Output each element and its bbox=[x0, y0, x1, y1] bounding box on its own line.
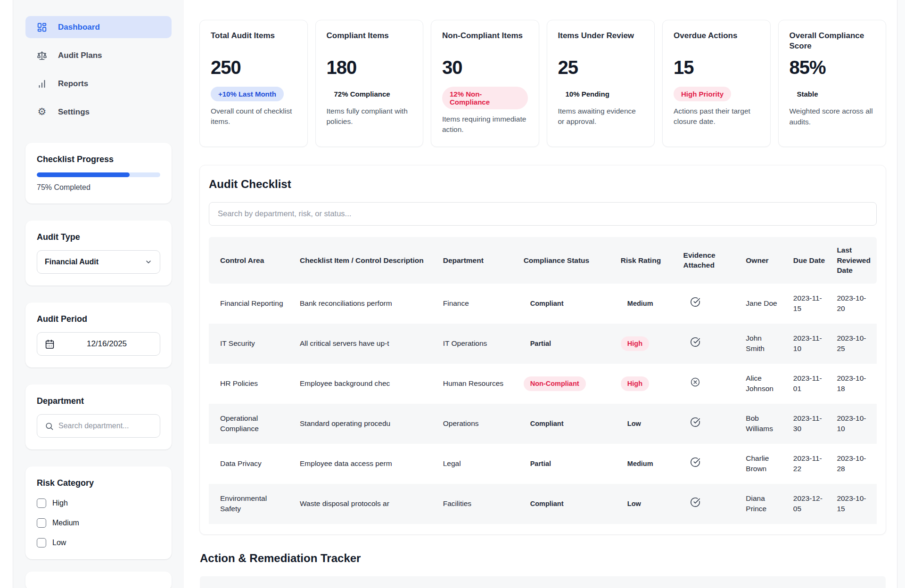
risk-badge: Low bbox=[621, 416, 648, 431]
stat-card-compliant-items: Compliant Items 180 72% Compliance Items… bbox=[315, 20, 424, 147]
cell-due-date: 2023-11-22 bbox=[788, 444, 831, 484]
sidebar-item-audit-plans[interactable]: Audit Plans bbox=[25, 44, 172, 66]
cell-owner: Diana Prince bbox=[740, 484, 788, 524]
progress-bar-fill bbox=[37, 172, 130, 177]
risk-category-card: Risk Category High Medium Low bbox=[25, 466, 172, 559]
cell-control-area: Environmental Safety bbox=[209, 484, 294, 524]
stat-badge: 10% Pending bbox=[558, 87, 617, 101]
stat-card-non-compliant-items: Non-Compliant Items 30 12% Non-Complianc… bbox=[431, 20, 539, 147]
cell-checklist-item: Employee background chec bbox=[294, 364, 437, 404]
audit-checklist-table: Control Area Checklist Item / Control De… bbox=[209, 237, 877, 524]
stat-value: 30 bbox=[442, 57, 528, 78]
cell-department: IT Operations bbox=[437, 324, 518, 364]
remediation-tracker-title: Action & Remediation Tracker bbox=[200, 552, 886, 565]
app-root: Dashboard Audit Plans Reports ⚙ Settings… bbox=[0, 0, 905, 588]
next-card-partial bbox=[25, 572, 172, 588]
status-badge: Partial bbox=[524, 457, 558, 471]
stat-title: Overall Compliance Score bbox=[790, 31, 875, 51]
table-row: Environmental Safety Waste disposal prot… bbox=[209, 484, 877, 524]
status-badge: Non-Compliant bbox=[524, 376, 586, 391]
audit-type-card: Audit Type Financial Audit bbox=[25, 220, 172, 286]
check-circle-icon bbox=[690, 297, 700, 307]
cell-control-area: Data Privacy bbox=[209, 444, 294, 484]
cell-department: Operations bbox=[437, 404, 518, 444]
risk-badge: Medium bbox=[621, 457, 660, 471]
risk-badge: Low bbox=[621, 497, 648, 511]
sidebar-item-label: Settings bbox=[58, 107, 90, 117]
stat-card-items-under-review: Items Under Review 25 10% Pending Items … bbox=[547, 20, 655, 147]
department-search-input[interactable] bbox=[58, 422, 156, 430]
card-title: Department bbox=[37, 396, 160, 406]
stat-title: Items Under Review bbox=[558, 31, 644, 51]
stat-value: 250 bbox=[211, 57, 296, 78]
cell-last-reviewed: 2023-10-28 bbox=[831, 444, 877, 484]
risk-option-medium: Medium bbox=[37, 518, 160, 528]
cell-owner: Alice Johnson bbox=[740, 364, 788, 404]
sidebar-item-label: Reports bbox=[58, 79, 88, 89]
risk-high-label: High bbox=[52, 499, 68, 507]
cell-department: Human Resources bbox=[437, 364, 518, 404]
cell-owner: John Smith bbox=[740, 324, 788, 364]
stat-title: Overdue Actions bbox=[674, 31, 759, 51]
audit-checklist-panel: Audit Checklist Control Area Checklist I… bbox=[199, 165, 886, 535]
col-header-control-area: Control Area bbox=[209, 237, 294, 284]
cell-control-area: Operational Compliance bbox=[209, 404, 294, 444]
cell-checklist-item: All critical servers have up-t bbox=[294, 324, 437, 364]
col-header-compliance-status: Compliance Status bbox=[518, 237, 615, 284]
table-header-row: Control Area Checklist Item / Control De… bbox=[209, 237, 877, 284]
risk-badge: High bbox=[621, 376, 649, 391]
check-circle-icon bbox=[690, 417, 700, 427]
scrollbar-gutter[interactable] bbox=[897, 0, 905, 588]
stat-value: 85% bbox=[790, 57, 875, 78]
card-title: Audit Period bbox=[37, 314, 160, 324]
cell-checklist-item: Employee data access perm bbox=[294, 444, 437, 484]
cell-control-area: Financial Reporting bbox=[209, 284, 294, 324]
collapsed-left-rail bbox=[0, 0, 13, 588]
cell-department: Legal bbox=[437, 444, 518, 484]
dashboard-icon bbox=[36, 22, 48, 33]
cell-last-reviewed: 2023-10-15 bbox=[831, 484, 877, 524]
risk-low-checkbox[interactable] bbox=[37, 538, 46, 547]
chevron-down-icon bbox=[145, 258, 152, 266]
sidebar-item-label: Audit Plans bbox=[58, 51, 102, 60]
scales-icon bbox=[36, 50, 48, 61]
department-search bbox=[37, 414, 160, 438]
stat-card-overdue-actions: Overdue Actions 15 High Priority Actions… bbox=[662, 20, 771, 147]
sidebar: Dashboard Audit Plans Reports ⚙ Settings… bbox=[13, 0, 184, 588]
cell-due-date: 2023-11-15 bbox=[788, 284, 831, 324]
cell-department: Facilities bbox=[437, 484, 518, 524]
bar-chart-icon bbox=[36, 78, 48, 90]
checklist-search-input[interactable] bbox=[209, 202, 877, 226]
cell-checklist-item: Bank reconciliations perform bbox=[294, 284, 437, 324]
col-header-due-date: Due Date bbox=[788, 237, 831, 284]
stat-value: 25 bbox=[558, 57, 644, 78]
stat-value: 180 bbox=[327, 57, 412, 78]
stat-description: Items requiring immediate action. bbox=[442, 114, 528, 135]
remediation-tracker-section: Action & Remediation Tracker bbox=[199, 552, 886, 588]
cell-due-date: 2023-11-01 bbox=[788, 364, 831, 404]
audit-period-card: Audit Period 12/16/2025 bbox=[25, 302, 172, 368]
risk-medium-label: Medium bbox=[52, 519, 79, 527]
audit-type-select[interactable]: Financial Audit bbox=[37, 250, 160, 274]
calendar-icon bbox=[45, 339, 55, 349]
risk-medium-checkbox[interactable] bbox=[37, 518, 46, 528]
sidebar-item-dashboard[interactable]: Dashboard bbox=[25, 16, 172, 38]
card-title: Audit Type bbox=[37, 232, 160, 242]
sidebar-item-settings[interactable]: ⚙ Settings bbox=[25, 101, 172, 123]
stats-row: Total Audit Items 250 +10% Last Month Ov… bbox=[199, 20, 886, 147]
risk-option-low: Low bbox=[37, 538, 160, 547]
progress-bar bbox=[37, 172, 160, 177]
progress-caption: 75% Completed bbox=[37, 183, 160, 192]
stat-title: Total Audit Items bbox=[211, 31, 296, 51]
col-header-last-reviewed-date: Last Reviewed Date bbox=[831, 237, 877, 284]
stat-badge: High Priority bbox=[674, 87, 731, 101]
risk-high-checkbox[interactable] bbox=[37, 498, 46, 508]
col-header-department: Department bbox=[437, 237, 518, 284]
status-badge: Compliant bbox=[524, 416, 570, 431]
table-row: IT Security All critical servers have up… bbox=[209, 324, 877, 364]
sidebar-nav: Dashboard Audit Plans Reports ⚙ Settings bbox=[25, 16, 172, 123]
stat-description: Items fully compliant with policies. bbox=[327, 106, 412, 127]
sidebar-item-reports[interactable]: Reports bbox=[25, 73, 172, 95]
cell-due-date: 2023-11-10 bbox=[788, 324, 831, 364]
audit-period-date-input[interactable]: 12/16/2025 bbox=[37, 332, 160, 356]
